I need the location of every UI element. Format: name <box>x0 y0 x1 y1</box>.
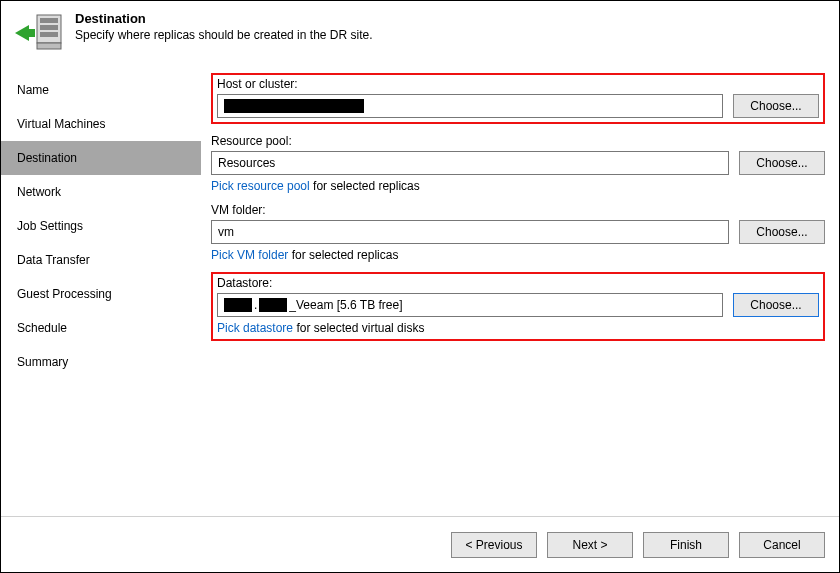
cancel-button[interactable]: Cancel <box>739 532 825 558</box>
resource-pool-label: Resource pool: <box>211 134 825 148</box>
sidebar-item-destination[interactable]: Destination <box>1 141 201 175</box>
datastore-value: _Veeam [5.6 TB free] <box>289 298 402 312</box>
sidebar-item-summary[interactable]: Summary <box>1 345 201 379</box>
finish-button[interactable]: Finish <box>643 532 729 558</box>
datastore-link-suffix: for selected virtual disks <box>293 321 424 335</box>
vm-folder-choose-button[interactable]: Choose... <box>739 220 825 244</box>
pick-vm-folder-link[interactable]: Pick VM folder <box>211 248 288 262</box>
host-label: Host or cluster: <box>217 77 819 91</box>
resource-pool-link-line: Pick resource pool for selected replicas <box>211 179 825 193</box>
sidebar-item-schedule[interactable]: Schedule <box>1 311 201 345</box>
sidebar-item-job-settings[interactable]: Job Settings <box>1 209 201 243</box>
host-highlight-box: Host or cluster: Choose... <box>211 73 825 124</box>
vm-folder-link-line: Pick VM folder for selected replicas <box>211 248 825 262</box>
svg-rect-4 <box>37 43 61 49</box>
wizard-window: Destination Specify where replicas shoul… <box>0 0 840 573</box>
previous-button[interactable]: < Previous <box>451 532 537 558</box>
host-input[interactable] <box>217 94 723 118</box>
resource-pool-value: Resources <box>218 156 275 170</box>
wizard-body: Name Virtual Machines Destination Networ… <box>1 67 839 516</box>
resource-pool-choose-button[interactable]: Choose... <box>739 151 825 175</box>
wizard-title: Destination <box>75 11 373 26</box>
datastore-input[interactable]: . _Veeam [5.6 TB free] <box>217 293 723 317</box>
vm-folder-input[interactable]: vm <box>211 220 729 244</box>
wizard-footer: < Previous Next > Finish Cancel <box>1 516 839 572</box>
destination-icon <box>15 13 63 53</box>
svg-marker-5 <box>15 25 35 41</box>
vm-folder-value: vm <box>218 225 234 239</box>
svg-rect-3 <box>40 32 58 37</box>
datastore-highlight-box: Datastore: . _Veeam [5.6 TB free] Choose… <box>211 272 825 341</box>
pick-datastore-link[interactable]: Pick datastore <box>217 321 293 335</box>
sidebar-item-data-transfer[interactable]: Data Transfer <box>1 243 201 277</box>
host-choose-button[interactable]: Choose... <box>733 94 819 118</box>
wizard-steps-sidebar: Name Virtual Machines Destination Networ… <box>1 67 201 516</box>
redacted-text <box>224 99 364 113</box>
wizard-content: Host or cluster: Choose... Resource pool… <box>201 67 839 516</box>
resource-pool-input[interactable]: Resources <box>211 151 729 175</box>
svg-rect-1 <box>40 18 58 23</box>
datastore-link-line: Pick datastore for selected virtual disk… <box>217 321 819 335</box>
datastore-label: Datastore: <box>217 276 819 290</box>
sidebar-item-name[interactable]: Name <box>1 73 201 107</box>
vm-folder-block: VM folder: vm Choose... Pick VM folder f… <box>211 203 825 262</box>
vm-folder-link-suffix: for selected replicas <box>288 248 398 262</box>
redacted-text <box>224 298 252 312</box>
datastore-choose-button[interactable]: Choose... <box>733 293 819 317</box>
sidebar-item-network[interactable]: Network <box>1 175 201 209</box>
wizard-header: Destination Specify where replicas shoul… <box>1 1 839 59</box>
wizard-header-text: Destination Specify where replicas shoul… <box>75 11 373 42</box>
svg-rect-2 <box>40 25 58 30</box>
datastore-sep: . <box>254 298 257 312</box>
sidebar-item-virtual-machines[interactable]: Virtual Machines <box>1 107 201 141</box>
sidebar-item-guest-processing[interactable]: Guest Processing <box>1 277 201 311</box>
vm-folder-label: VM folder: <box>211 203 825 217</box>
resource-pool-block: Resource pool: Resources Choose... Pick … <box>211 134 825 193</box>
next-button[interactable]: Next > <box>547 532 633 558</box>
resource-pool-link-suffix: for selected replicas <box>310 179 420 193</box>
pick-resource-pool-link[interactable]: Pick resource pool <box>211 179 310 193</box>
wizard-subtitle: Specify where replicas should be created… <box>75 28 373 42</box>
redacted-text <box>259 298 287 312</box>
